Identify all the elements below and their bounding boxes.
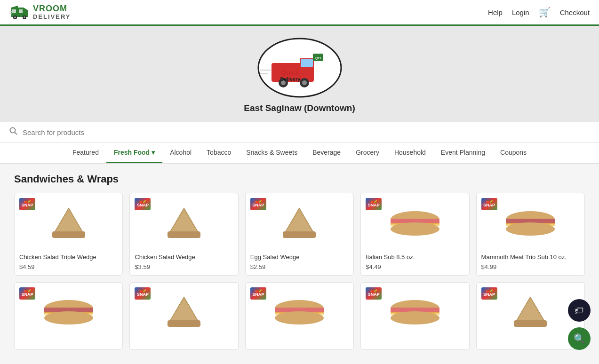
checkout-link[interactable]: Checkout	[560, 8, 590, 16]
top-navigation: VROOM DELIVERY Help Login 🛒 Checkout	[0, 0, 599, 26]
login-link[interactable]: Login	[512, 8, 529, 16]
product-card[interactable]: 🍎🌽SNAP Italian Sub 8.5 oz.$4.49	[360, 193, 469, 276]
svg-rect-28	[52, 231, 85, 238]
product-card[interactable]: 🍎🌽SNAP	[245, 282, 354, 350]
cat-item-beverage[interactable]: Beverage	[305, 143, 348, 163]
floating-tag-button[interactable]: 🏷	[568, 299, 591, 322]
product-card[interactable]: 🍎🌽SNAP Mammoth Meat Trio Sub 10 oz.$4.99	[476, 193, 585, 276]
snap-badge: 🍎🌽SNAP	[135, 198, 151, 210]
logo-vroom: VROOM	[33, 4, 71, 14]
svg-point-42	[506, 222, 555, 236]
cat-item-featured[interactable]: Featured	[65, 143, 106, 163]
cat-item-household[interactable]: Household	[387, 143, 433, 163]
product-image-area: 🍎🌽SNAP	[481, 287, 580, 339]
snap-badge: 🍎🌽SNAP	[135, 287, 151, 300]
svg-point-38	[391, 222, 439, 236]
section-title: Sandwiches & Wraps	[14, 173, 585, 185]
cat-item-event-planning[interactable]: Event Planning	[433, 143, 493, 163]
product-name: Mammoth Meat Trio Sub 10 oz.	[481, 253, 567, 261]
svg-marker-1	[11, 6, 18, 8]
svg-text:QD: QD	[315, 56, 321, 60]
product-grid-row1: 🍎🌽SNAP Chicken Salad Triple Wedge$4.59🍎🌽…	[14, 193, 585, 276]
svg-point-53	[275, 311, 324, 324]
product-card[interactable]: 🍎🌽SNAP	[360, 282, 469, 350]
cat-item-coupons[interactable]: Coupons	[493, 143, 534, 163]
svg-marker-27	[55, 211, 83, 234]
svg-marker-33	[285, 211, 313, 234]
product-image-area: 🍎🌽SNAP	[250, 287, 349, 339]
product-image	[389, 299, 441, 327]
snap-badge: 🍎🌽SNAP	[366, 198, 382, 210]
product-card[interactable]: 🍎🌽SNAP	[14, 282, 123, 350]
logo-icon	[9, 4, 30, 21]
svg-point-5	[14, 16, 16, 18]
cat-item-alcohol[interactable]: Alcohol	[162, 143, 199, 163]
help-link[interactable]: Help	[488, 8, 503, 16]
hero-logo-container: QD Quick Delivery	[257, 37, 342, 98]
product-card[interactable]: 🍎🌽SNAP Chicken Salad Wedge$3.59	[129, 193, 238, 276]
product-image	[43, 299, 95, 327]
product-image	[50, 206, 88, 243]
product-name: Chicken Salad Wedge	[135, 253, 195, 261]
product-grid-row2: 🍎🌽SNAP 🍎🌽SNAP 🍎🌽SNAP	[14, 282, 585, 350]
svg-marker-30	[170, 211, 198, 234]
product-image-area: 🍎🌽SNAP	[250, 198, 349, 250]
svg-marker-59	[516, 300, 544, 323]
cart-icon[interactable]: 🛒	[539, 7, 551, 18]
logo-text: VROOM DELIVERY	[33, 4, 71, 20]
product-card[interactable]: 🍎🌽SNAP	[129, 282, 238, 350]
product-price: $2.59	[250, 263, 266, 270]
svg-text:Quick: Quick	[281, 69, 300, 76]
search-input[interactable]	[23, 128, 590, 136]
product-image-area: 🍎🌽SNAP	[366, 198, 464, 250]
svg-rect-49	[168, 320, 200, 327]
svg-rect-31	[168, 231, 200, 238]
cat-item-tobacco[interactable]: Tobacco	[199, 143, 239, 163]
cat-item-grocery[interactable]: Grocery	[348, 143, 387, 163]
product-image	[389, 210, 441, 238]
product-image-area: 🍎🌽SNAP	[481, 198, 580, 250]
product-price: $4.99	[481, 263, 497, 270]
product-name: Chicken Salad Triple Wedge	[19, 253, 96, 261]
product-image	[165, 206, 203, 243]
top-nav-links: Help Login 🛒 Checkout	[488, 7, 590, 18]
product-image-area: 🍎🌽SNAP	[135, 198, 233, 250]
hero-banner: QD Quick Delivery East Saginaw (Downtown…	[0, 26, 599, 122]
logo-delivery: DELIVERY	[33, 14, 71, 20]
svg-text:Delivery: Delivery	[280, 76, 301, 82]
cat-item-fresh-food[interactable]: Fresh Food ▾	[106, 143, 162, 163]
chevron-down-icon: ▾	[152, 149, 155, 156]
svg-point-57	[391, 311, 439, 324]
snap-badge: 🍎🌽SNAP	[366, 287, 382, 300]
svg-rect-13	[301, 59, 313, 67]
product-image-area: 🍎🌽SNAP	[135, 287, 233, 339]
search-icon	[9, 127, 18, 138]
product-card[interactable]: 🍎🌽SNAP Egg Salad Wedge$2.59	[245, 193, 354, 276]
product-image	[280, 206, 318, 243]
product-price: $3.59	[135, 263, 150, 270]
cat-item-snacks-sweets[interactable]: Snacks & Sweets	[239, 143, 305, 163]
floating-search-button[interactable]: 🔍	[568, 327, 591, 350]
svg-point-24	[10, 128, 16, 133]
product-image	[165, 294, 203, 332]
hero-store-name: East Saginaw (Downtown)	[244, 103, 355, 113]
product-image	[504, 210, 556, 238]
product-image	[511, 294, 549, 332]
svg-rect-3	[19, 9, 23, 13]
product-image-area: 🍎🌽SNAP	[19, 287, 118, 339]
snap-badge: 🍎🌽SNAP	[19, 287, 35, 300]
svg-line-25	[15, 133, 17, 135]
snap-badge: 🍎🌽SNAP	[250, 287, 266, 300]
product-name: Italian Sub 8.5 oz.	[366, 253, 415, 261]
snap-badge: 🍎🌽SNAP	[19, 198, 35, 210]
category-navigation: FeaturedFresh Food ▾AlcoholTobaccoSnacks…	[0, 143, 599, 164]
svg-rect-60	[514, 320, 547, 327]
product-card[interactable]: 🍎🌽SNAP Chicken Salad Triple Wedge$4.59	[14, 193, 123, 276]
hero-oval-svg: QD Quick Delivery	[257, 37, 342, 98]
product-name: Egg Salad Wedge	[250, 253, 300, 261]
product-price: $4.59	[19, 263, 35, 270]
snap-badge: 🍎🌽SNAP	[481, 287, 497, 300]
svg-marker-48	[170, 300, 198, 323]
search-bar	[0, 122, 599, 143]
product-image	[273, 299, 325, 327]
